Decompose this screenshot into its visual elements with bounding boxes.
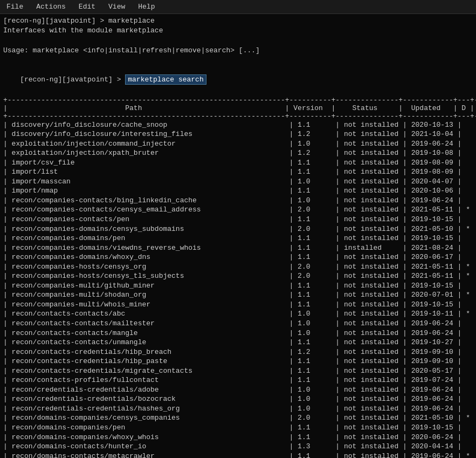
- table-row: | recon/companies-multi/github_miner | 1…: [3, 281, 473, 291]
- table-row: | recon/companies-hosts/censys_org | 2.0…: [3, 262, 473, 272]
- cmd-line-5: [3, 56, 473, 65]
- cmd-line-4: Usage: marketplace <info|install|refresh…: [3, 46, 473, 56]
- table-row: | recon/credentials-credentials/adobe | …: [3, 385, 473, 395]
- table-row: | recon/companies-hosts/censys_tls_subje…: [3, 271, 473, 281]
- menu-actions[interactable]: Actions: [34, 2, 68, 12]
- menu-help[interactable]: Help: [136, 2, 157, 12]
- table-row: | recon/companies-contacts/bing_linkedin…: [3, 196, 473, 206]
- table-row: | import/nmap | 1.1 | not installed | 20…: [3, 186, 473, 196]
- table-row: | import/csv_file | 1.1 | not installed …: [3, 158, 473, 168]
- cmd-input[interactable]: marketplace search: [125, 74, 206, 85]
- table-row: | import/list | 1.1 | not installed | 20…: [3, 167, 473, 177]
- table-row: | recon/contacts-credentials/hibp_breach…: [3, 347, 473, 357]
- table-row: | import/masscan | 1.0 | not installed |…: [3, 177, 473, 187]
- table-row: | recon/companies-domains/censys_subdoma…: [3, 224, 473, 234]
- table-row: | recon/contacts-credentials/migrate_con…: [3, 366, 473, 376]
- cmd-line-3: [3, 36, 473, 45]
- table-row: | recon/domains-companies/pen | 1.1 | no…: [3, 423, 473, 433]
- table-row: | recon/companies-multi/shodan_org | 1.1…: [3, 290, 473, 300]
- table-row: | recon/domains-contacts/hunter_io | 1.3…: [3, 442, 473, 452]
- menu-file[interactable]: File: [4, 2, 25, 12]
- cmd-line-1: [recon-ng][javatpoint] > marketplace: [3, 16, 473, 26]
- table-row: | recon/contacts-credentials/hibp_paste …: [3, 357, 473, 366]
- table-row: | recon/domains-companies/whoxy_whois | …: [3, 433, 473, 442]
- table-row: | exploitation/injection/xpath_bruter | …: [3, 148, 473, 158]
- table-row: | recon/credentials-credentials/hashes_o…: [3, 404, 473, 414]
- table-row: | recon/contacts-contacts/mangle | 1.0 |…: [3, 329, 473, 338]
- menu-bar: File Actions Edit View Help: [0, 0, 476, 14]
- table-row: | recon/companies-contacts/censys_email_…: [3, 205, 473, 215]
- prompt-line: [recon-ng][javatpoint] > marketplace sea…: [3, 65, 473, 95]
- table-row: | recon/contacts-contacts/mailtester | 1…: [3, 319, 473, 329]
- table-row: | exploitation/injection/command_injecto…: [3, 139, 473, 149]
- table-border-mid: +---------------------------------------…: [3, 112, 473, 120]
- table-header: | Path | Version | Status | Updated | D …: [3, 104, 473, 112]
- menu-view[interactable]: View: [106, 2, 127, 12]
- terminal-body: [recon-ng][javatpoint] > marketplace Int…: [0, 14, 476, 458]
- table-row: | recon/domains-contacts/metacrawler | 1…: [3, 452, 473, 458]
- table-row: | recon/domains-companies/censys_compani…: [3, 413, 473, 423]
- table-row: | recon/contacts-profiles/fullcontact | …: [3, 375, 473, 385]
- table-row: | recon/credentials-credentials/bozocrac…: [3, 394, 473, 404]
- prompt-text: [recon-ng][javatpoint] >: [20, 76, 125, 84]
- table-row: | recon/companies-multi/whois_miner | 1.…: [3, 300, 473, 310]
- table-rows: | discovery/info_disclosure/cache_snoop …: [3, 120, 473, 459]
- table-row: | discovery/info_disclosure/cache_snoop …: [3, 120, 473, 130]
- table-row: | recon/companies-domains/pen | 1.1 | no…: [3, 234, 473, 243]
- table-container: +---------------------------------------…: [3, 96, 473, 459]
- table-row: | recon/companies-contacts/pen | 1.1 | n…: [3, 215, 473, 224]
- table-row: | recon/companies-domains/viewdns_revers…: [3, 243, 473, 253]
- table-row: | recon/companies-domains/whoxy_dns | 1.…: [3, 252, 473, 262]
- menu-edit[interactable]: Edit: [77, 2, 98, 12]
- cmd-line-2: Interfaces with the module marketplace: [3, 26, 473, 36]
- table-row: | recon/contacts-contacts/unmangle | 1.1…: [3, 338, 473, 347]
- table-row: | discovery/info_disclosure/interesting_…: [3, 129, 473, 139]
- table-border-top: +---------------------------------------…: [3, 96, 473, 104]
- table-row: | recon/contacts-contacts/abc | 1.0 | no…: [3, 309, 473, 319]
